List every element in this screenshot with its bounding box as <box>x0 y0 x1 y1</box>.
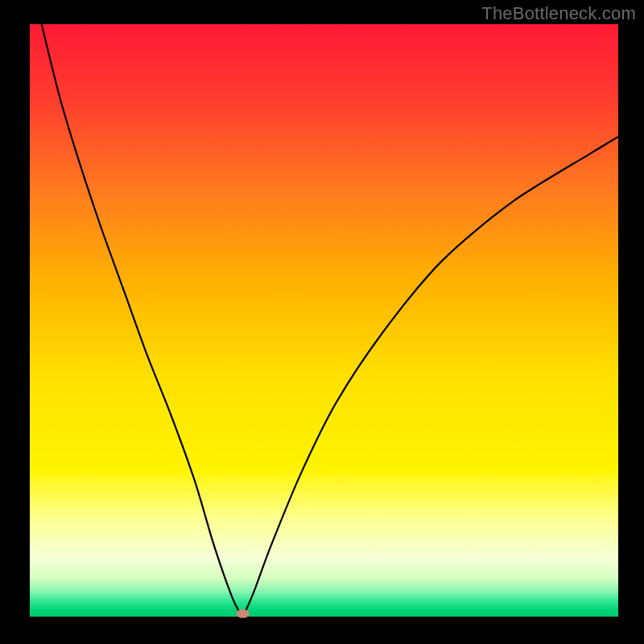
watermark-text: TheBottleneck.com <box>481 3 636 24</box>
bottleneck-chart <box>0 0 644 644</box>
plot-background <box>30 24 618 617</box>
chart-frame: TheBottleneck.com <box>0 0 644 644</box>
optimal-point-marker <box>237 609 250 618</box>
